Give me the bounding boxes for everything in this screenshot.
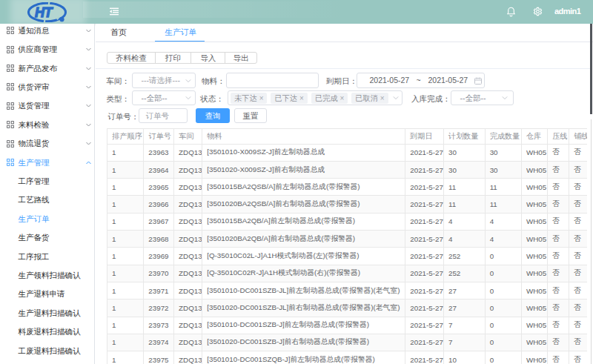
svg-text:HT: HT [35,5,53,20]
